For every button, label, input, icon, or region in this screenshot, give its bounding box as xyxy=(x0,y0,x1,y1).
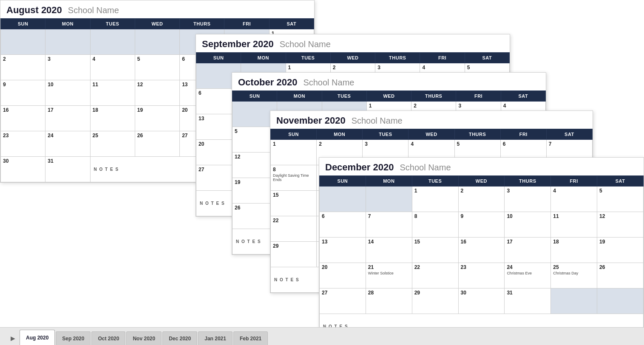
day-header: WED xyxy=(135,19,179,29)
calendar-cell: 22 xyxy=(271,216,317,242)
calendar-cell: 29 xyxy=(412,288,458,314)
calendar-cell: 2 xyxy=(458,187,505,212)
day-header: FRI xyxy=(420,53,465,63)
calendar-cell: 15 xyxy=(412,238,458,263)
calendar-december-table: SUNMONTUESWEDTHURSFRISAT1234567891011121… xyxy=(319,175,644,327)
calendar-august-title: August 2020 xyxy=(6,5,62,16)
event-label: Daylight Saving Time Ends xyxy=(273,173,314,182)
event-label: Christmas Eve xyxy=(507,271,548,275)
calendar-cell: 4 xyxy=(90,55,135,80)
calendar-september-school: School Name xyxy=(280,40,331,49)
calendar-cell xyxy=(90,29,135,55)
calendar-cell: 3 xyxy=(505,187,551,212)
event-label: Christmas Day xyxy=(553,271,595,275)
calendar-cell: 23 xyxy=(1,131,45,157)
tab-bar: ▶ Aug 2020Sep 2020Oct 2020Nov 2020Dec 20… xyxy=(0,327,644,345)
calendar-cell: 15 xyxy=(271,191,317,216)
day-header: THURS xyxy=(505,176,551,187)
calendar-august-school: School Name xyxy=(68,6,119,15)
calendar-cell: 4 xyxy=(551,187,597,212)
calendar-cell: 27 xyxy=(320,288,366,314)
calendar-cell: 18 xyxy=(551,238,597,263)
tab-aug2020[interactable]: Aug 2020 xyxy=(20,330,55,345)
calendar-cell: 18 xyxy=(90,106,135,131)
calendar-october-title: October 2020 xyxy=(238,77,297,88)
calendar-cell: 28 xyxy=(366,288,412,314)
calendar-cell: 16 xyxy=(1,106,45,131)
day-header: FRI xyxy=(551,176,597,187)
calendar-cell: 9 xyxy=(458,212,505,238)
calendar-cell xyxy=(366,187,412,212)
calendar-cell: 16 xyxy=(458,238,505,263)
day-header: FRI xyxy=(500,129,546,140)
tab-sep2020[interactable]: Sep 2020 xyxy=(56,331,91,345)
tab-dec2020[interactable]: Dec 2020 xyxy=(162,331,197,345)
day-header: FRI xyxy=(224,19,269,29)
calendar-cell: 7 xyxy=(366,212,412,238)
day-header: THURS xyxy=(411,91,456,102)
calendar-cell: 19 xyxy=(597,238,644,263)
tab-nov2020[interactable]: Nov 2020 xyxy=(126,331,162,345)
calendar-cell: 24 xyxy=(45,131,90,157)
day-header: WED xyxy=(458,176,505,187)
calendar-november-school: School Name xyxy=(352,116,403,126)
day-header: MON xyxy=(45,19,90,29)
day-header: SAT xyxy=(546,129,592,140)
calendar-cell: 6 xyxy=(320,212,366,238)
calendar-cell: 17 xyxy=(45,106,90,131)
day-header: TUES xyxy=(322,91,366,102)
day-header: SAT xyxy=(465,53,509,63)
calendar-cell: 10 xyxy=(505,212,551,238)
calendar-cell: 17 xyxy=(505,238,551,263)
calendar-cell: 5 xyxy=(135,55,179,80)
calendar-cell xyxy=(45,29,90,55)
calendar-december: December 2020School NameSUNMONTUESWEDTHU… xyxy=(319,157,644,327)
calendar-cell: 3 xyxy=(45,55,90,80)
day-header: FRI xyxy=(456,91,501,102)
calendar-cell: 25 xyxy=(90,131,135,157)
calendar-cell: 1 xyxy=(412,187,458,212)
calendar-cell: 24Christmas Eve xyxy=(505,263,551,288)
calendar-cell: 8 xyxy=(412,212,458,238)
day-header: WED xyxy=(330,53,375,63)
day-header: MON xyxy=(366,176,412,187)
calendar-cell xyxy=(135,29,179,55)
calendar-cell: 26 xyxy=(135,131,179,157)
calendar-september-title: September 2020 xyxy=(202,39,274,50)
calendar-december-title: December 2020 xyxy=(325,162,394,173)
calendar-cell: 30 xyxy=(458,288,505,314)
calendar-cell: 1 xyxy=(271,140,317,165)
calendar-cell: 19 xyxy=(135,106,179,131)
tab-oct2020[interactable]: Oct 2020 xyxy=(91,331,125,345)
calendar-cell: 23 xyxy=(458,263,505,288)
day-header: SUN xyxy=(320,176,366,187)
calendar-cell: 22 xyxy=(412,263,458,288)
tab-jan2021[interactable]: Jan 2021 xyxy=(198,331,233,345)
calendar-cell: 10 xyxy=(45,80,90,106)
calendar-cell: 30 xyxy=(1,157,45,182)
tab-feb2021[interactable]: Feb 2021 xyxy=(233,331,268,345)
day-header: SUN xyxy=(271,129,317,140)
calendar-cell: 20 xyxy=(320,263,366,288)
day-header: SAT xyxy=(269,19,314,29)
calendar-november-title: November 2020 xyxy=(276,115,346,126)
day-header: WED xyxy=(409,129,454,140)
event-label: Winter Solstice xyxy=(368,271,410,275)
calendar-cell: 21Winter Solstice xyxy=(366,263,412,288)
day-header: THURS xyxy=(180,19,224,29)
calendar-cell: 13 xyxy=(320,238,366,263)
calendar-cell: N O T E S xyxy=(320,314,644,328)
calendar-cell xyxy=(597,288,644,314)
tab-prev-arrow[interactable]: ▶ xyxy=(9,331,17,345)
calendar-cell: 25Christmas Day xyxy=(551,263,597,288)
calendar-cell: 12 xyxy=(597,212,644,238)
day-header: TUES xyxy=(90,19,135,29)
day-header: MON xyxy=(317,129,363,140)
calendar-cell: 11 xyxy=(90,80,135,106)
calendar-cell: 2 xyxy=(1,55,45,80)
calendar-cell: 9 xyxy=(1,80,45,106)
calendar-october-school: School Name xyxy=(303,78,354,88)
day-header: WED xyxy=(366,91,411,102)
day-header: MON xyxy=(277,91,322,102)
day-header: TUES xyxy=(286,53,330,63)
